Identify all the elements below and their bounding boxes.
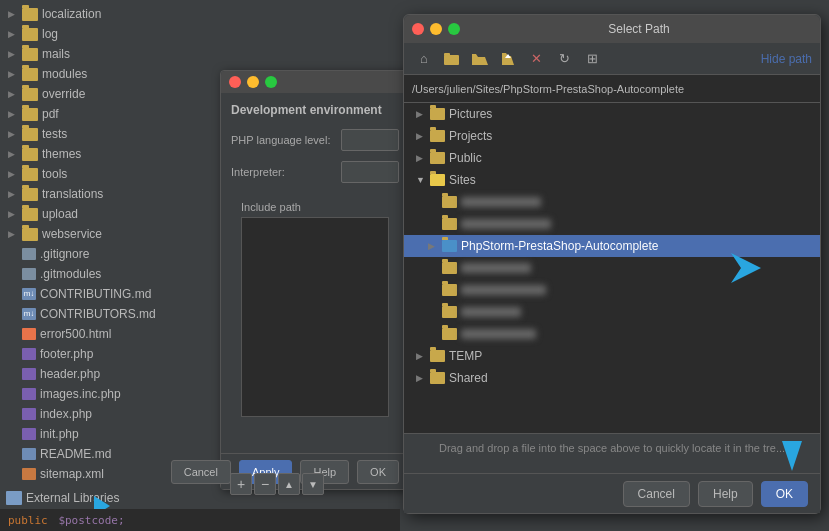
sp-maximize-button[interactable] bbox=[448, 23, 460, 35]
folder-icon bbox=[22, 28, 38, 41]
dev-dialog-titlebar bbox=[221, 71, 409, 93]
tree-item-webservice[interactable]: ▶ webservice bbox=[0, 224, 220, 244]
sp-hide-path-button[interactable]: Hide path bbox=[761, 52, 812, 66]
sp-toolbar: ⌂ ✕ ↻ ⊞ Hide path bbox=[404, 43, 820, 75]
tree-item-label: header.php bbox=[40, 367, 100, 381]
folder-icon bbox=[22, 8, 38, 21]
sp-tree-item-pictures[interactable]: ▶ Pictures bbox=[404, 103, 820, 125]
tree-item-log[interactable]: ▶ log bbox=[0, 24, 220, 44]
bottom-code-bar: public $postcode; bbox=[0, 509, 400, 531]
php-level-label: PHP language level: bbox=[231, 134, 341, 146]
dev-cancel-button[interactable]: Cancel bbox=[171, 460, 231, 484]
tree-item-themes[interactable]: ▶ themes bbox=[0, 144, 220, 164]
tree-item-label: error500.html bbox=[40, 327, 111, 341]
sp-delete-button[interactable]: ✕ bbox=[524, 48, 548, 70]
add-path-button[interactable]: + bbox=[230, 473, 252, 495]
tree-item-init-php[interactable]: ▶ init.php bbox=[0, 424, 220, 444]
expand-arrow: ▶ bbox=[8, 29, 22, 39]
expand-arrow: ▶ bbox=[8, 69, 22, 79]
sp-help-button[interactable]: Help bbox=[698, 481, 753, 507]
folder-icon bbox=[430, 350, 445, 362]
folder-icon bbox=[430, 174, 445, 186]
remove-path-button[interactable]: − bbox=[254, 473, 276, 495]
sp-titlebar: Select Path bbox=[404, 15, 820, 43]
php-icon bbox=[22, 388, 36, 400]
tree-item-label: tests bbox=[42, 127, 67, 141]
dev-dialog-content: Development environment PHP language lev… bbox=[221, 93, 409, 427]
sp-tree-item-projects[interactable]: ▶ Projects bbox=[404, 125, 820, 147]
tree-item-mails[interactable]: ▶ mails bbox=[0, 44, 220, 64]
svg-marker-3 bbox=[731, 253, 761, 283]
tree-item-upload[interactable]: ▶ upload bbox=[0, 204, 220, 224]
svg-rect-1 bbox=[444, 53, 450, 56]
tree-item-index-php[interactable]: ▶ index.php bbox=[0, 404, 220, 424]
maximize-button[interactable] bbox=[265, 76, 277, 88]
sp-tree-item-blurred2[interactable]: ▶ bbox=[404, 213, 820, 235]
interpreter-input[interactable] bbox=[341, 161, 399, 183]
sp-tree-item-blurred1[interactable]: ▶ bbox=[404, 191, 820, 213]
sp-folder-open-button[interactable] bbox=[468, 48, 492, 70]
sp-minimize-button[interactable] bbox=[430, 23, 442, 35]
include-path-area bbox=[241, 217, 389, 417]
sp-grid-button[interactable]: ⊞ bbox=[580, 48, 604, 70]
php-icon bbox=[22, 348, 36, 360]
expand-arrow: ▶ bbox=[8, 229, 22, 239]
sp-ok-button[interactable]: OK bbox=[761, 481, 808, 507]
expand-arrow: ▶ bbox=[416, 373, 430, 383]
tree-item-gitmodules[interactable]: ▶ .gitmodules bbox=[0, 264, 220, 284]
tree-item-footer-php[interactable]: ▶ footer.php bbox=[0, 344, 220, 364]
folder-icon bbox=[442, 306, 457, 318]
tree-item-tools[interactable]: ▶ tools bbox=[0, 164, 220, 184]
folder-icon bbox=[442, 196, 457, 208]
blurred-label bbox=[461, 219, 551, 229]
folder-icon bbox=[22, 188, 38, 201]
sp-footer: Cancel Help OK bbox=[404, 473, 820, 513]
tree-item-gitignore[interactable]: ▶ .gitignore bbox=[0, 244, 220, 264]
external-libraries-row[interactable]: External Libraries bbox=[0, 487, 220, 509]
tree-item-modules[interactable]: ▶ modules bbox=[0, 64, 220, 84]
sp-refresh-button[interactable]: ↻ bbox=[552, 48, 576, 70]
tree-item-header-php[interactable]: ▶ header.php bbox=[0, 364, 220, 384]
blue-arrow-annotation-right bbox=[726, 248, 766, 291]
tree-item-override[interactable]: ▶ override bbox=[0, 84, 220, 104]
folder-icon bbox=[430, 372, 445, 384]
tree-item-error500[interactable]: ▶ error500.html bbox=[0, 324, 220, 344]
tree-item-label: README.md bbox=[40, 447, 111, 461]
sp-cancel-button[interactable]: Cancel bbox=[623, 481, 690, 507]
expand-arrow: ▶ bbox=[416, 153, 430, 163]
tree-item-localization[interactable]: ▶ localization bbox=[0, 4, 220, 24]
sp-close-button[interactable] bbox=[412, 23, 424, 35]
folder-icon bbox=[22, 128, 38, 141]
sp-folder-up-button[interactable] bbox=[496, 48, 520, 70]
sp-tree-item-blurred5[interactable]: ▶ bbox=[404, 301, 820, 323]
sp-tree-item-temp[interactable]: ▶ TEMP bbox=[404, 345, 820, 367]
tree-item-label: pdf bbox=[42, 107, 59, 121]
sp-tree-item-shared[interactable]: ▶ Shared bbox=[404, 367, 820, 389]
code-keyword: public bbox=[8, 514, 48, 527]
tree-item-contributing[interactable]: ▶ m↓ CONTRIBUTING.md bbox=[0, 284, 220, 304]
tree-item-label: log bbox=[42, 27, 58, 41]
close-button[interactable] bbox=[229, 76, 241, 88]
sp-folder-button[interactable] bbox=[440, 48, 464, 70]
sp-tree-item-blurred6[interactable]: ▶ bbox=[404, 323, 820, 345]
tree-item-translations[interactable]: ▶ translations bbox=[0, 184, 220, 204]
move-down-button[interactable]: ▼ bbox=[302, 473, 324, 495]
tree-item-tests[interactable]: ▶ tests bbox=[0, 124, 220, 144]
html-icon bbox=[22, 328, 36, 340]
tree-item-contributors[interactable]: ▶ m↓ CONTRIBUTORS.md bbox=[0, 304, 220, 324]
tree-item-pdf[interactable]: ▶ pdf bbox=[0, 104, 220, 124]
move-up-button[interactable]: ▲ bbox=[278, 473, 300, 495]
blurred-label bbox=[461, 263, 531, 273]
sp-home-button[interactable]: ⌂ bbox=[412, 48, 436, 70]
sp-tree-item-public[interactable]: ▶ Public bbox=[404, 147, 820, 169]
folder-icon bbox=[22, 48, 38, 61]
folder-icon bbox=[22, 168, 38, 181]
tree-item-images-inc[interactable]: ▶ images.inc.php bbox=[0, 384, 220, 404]
tree-item-label: init.php bbox=[40, 427, 79, 441]
dev-ok-button[interactable]: OK bbox=[357, 460, 399, 484]
sp-item-label: TEMP bbox=[449, 349, 482, 363]
sp-tree-item-sites[interactable]: ▼ Sites bbox=[404, 169, 820, 191]
blurred-label bbox=[461, 285, 546, 295]
minimize-button[interactable] bbox=[247, 76, 259, 88]
php-level-input[interactable] bbox=[341, 129, 399, 151]
